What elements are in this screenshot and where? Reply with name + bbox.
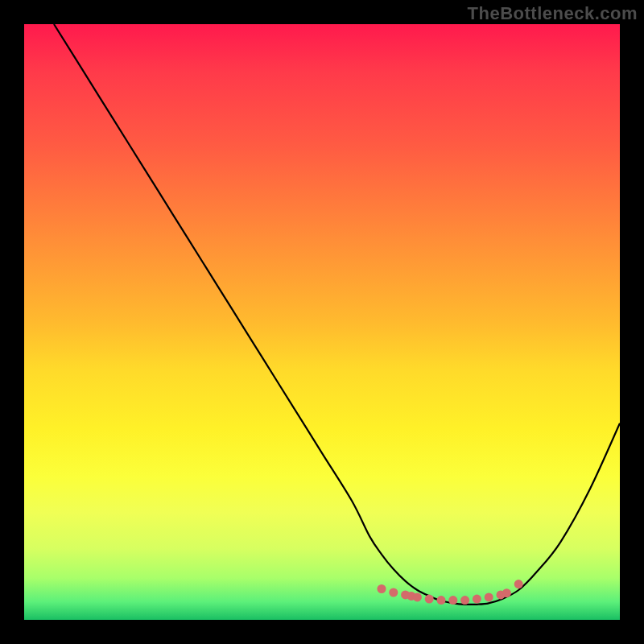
highlight-dot bbox=[378, 584, 386, 593]
highlight-dot bbox=[502, 588, 511, 597]
bottleneck-curve bbox=[54, 24, 620, 605]
highlight-dot bbox=[389, 588, 398, 597]
chart-frame: TheBottleneck.com bbox=[0, 0, 644, 644]
highlight-dot bbox=[437, 596, 446, 605]
highlight-dot bbox=[460, 596, 469, 605]
highlight-dot bbox=[448, 596, 457, 605]
highlight-dot bbox=[425, 595, 434, 604]
highlight-dot bbox=[473, 595, 481, 604]
highlight-dot bbox=[413, 592, 422, 601]
gradient-plot-area bbox=[24, 24, 620, 620]
curve-svg bbox=[24, 24, 620, 620]
watermark-text: TheBottleneck.com bbox=[468, 3, 638, 24]
curve-dots-group bbox=[378, 580, 523, 605]
highlight-dot bbox=[485, 592, 493, 601]
highlight-dot bbox=[514, 580, 523, 588]
